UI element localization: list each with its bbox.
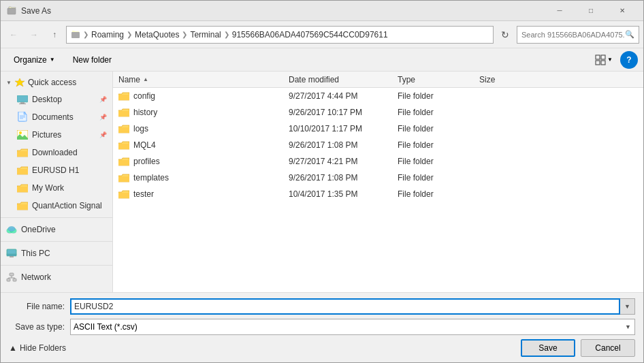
sidebar-item-quantaction[interactable]: QuantAction Signal bbox=[1, 197, 112, 215]
window-icon bbox=[6, 5, 17, 16]
svg-rect-20 bbox=[7, 254, 16, 256]
help-button[interactable]: ? bbox=[620, 51, 638, 69]
filename-dropdown-button[interactable]: ▼ bbox=[620, 298, 635, 315]
cancel-button[interactable]: Cancel bbox=[581, 339, 635, 357]
folder-icon bbox=[118, 174, 129, 183]
file-date-cell: 9/27/2017 4:44 PM bbox=[286, 91, 395, 101]
table-row[interactable]: logs 10/10/2017 1:17 PM File folder bbox=[113, 121, 643, 137]
table-row[interactable]: history 9/26/2017 10:17 PM File folder bbox=[113, 104, 643, 121]
sidebar-item-thispc[interactable]: This PC bbox=[1, 244, 112, 262]
search-icon: 🔍 bbox=[625, 30, 634, 39]
file-type-cell: File folder bbox=[395, 140, 477, 150]
sidebar-item-pictures[interactable]: Pictures 📌 bbox=[1, 126, 112, 144]
sidebar: ▼ Quick access Desktop bbox=[1, 72, 113, 292]
table-row[interactable]: tester 10/4/2017 1:35 PM File folder bbox=[113, 186, 643, 202]
organize-button[interactable]: Organize ▼ bbox=[6, 51, 63, 69]
pictures-pin-icon: 📌 bbox=[99, 131, 107, 138]
hide-folders-label: Hide Folders bbox=[20, 343, 66, 353]
sidebar-item-downloaded[interactable]: Downloaded bbox=[1, 144, 112, 161]
save-button[interactable]: Save bbox=[521, 339, 575, 357]
minimize-button[interactable]: ─ bbox=[544, 1, 575, 21]
table-row[interactable]: MQL4 9/26/2017 1:08 PM File folder bbox=[113, 137, 643, 153]
col-header-type[interactable]: Type bbox=[395, 72, 477, 87]
sidebar-item-mywork[interactable]: My Work bbox=[1, 179, 112, 197]
back-button[interactable]: ← bbox=[5, 26, 22, 44]
save-as-dialog: Save As ─ □ ✕ ← → ↑ ❯ Roaming ❯ MetaQuot… bbox=[0, 0, 644, 363]
main-content: ▼ Quick access Desktop bbox=[1, 72, 643, 292]
sidebar-divider-1 bbox=[1, 217, 112, 218]
folder-icon bbox=[118, 190, 129, 199]
file-date-cell: 10/4/2017 1:35 PM bbox=[286, 189, 395, 199]
thispc-icon bbox=[6, 248, 17, 259]
file-name-cell: templates bbox=[116, 173, 286, 183]
hide-folders-arrow: ▲ bbox=[9, 343, 17, 353]
toolbar: Organize ▼ New folder ▼ ? bbox=[1, 48, 643, 72]
new-folder-button[interactable]: New folder bbox=[65, 51, 119, 69]
file-date-cell: 9/26/2017 1:08 PM bbox=[286, 173, 395, 183]
table-row[interactable]: profiles 9/27/2017 4:21 PM File folder bbox=[113, 153, 643, 170]
quick-access-header[interactable]: ▼ Quick access bbox=[1, 74, 112, 91]
filename-row: File name: ▼ bbox=[9, 298, 635, 315]
col-header-name[interactable]: Name ▲ bbox=[116, 72, 286, 87]
documents-pin-icon: 📌 bbox=[99, 114, 107, 121]
file-date-cell: 9/27/2017 4:21 PM bbox=[286, 157, 395, 166]
file-type-cell: File folder bbox=[395, 124, 477, 133]
address-path[interactable]: ❯ Roaming ❯ MetaQuotes ❯ Terminal ❯ 9155… bbox=[66, 26, 494, 44]
col-header-size[interactable]: Size bbox=[477, 72, 531, 87]
forward-button[interactable]: → bbox=[25, 26, 43, 44]
close-button[interactable]: ✕ bbox=[607, 1, 638, 21]
col-header-date[interactable]: Date modified bbox=[286, 72, 395, 87]
organize-label: Organize bbox=[14, 55, 47, 65]
file-type-cell: File folder bbox=[395, 189, 477, 199]
file-list-body: config 9/27/2017 4:44 PM File folder his… bbox=[113, 88, 643, 292]
hide-folders-button[interactable]: ▲ Hide Folders bbox=[9, 343, 66, 353]
quick-access-section: ▼ Quick access Desktop bbox=[1, 74, 112, 215]
thispc-label: This PC bbox=[21, 249, 107, 258]
path-metaquotes[interactable]: MetaQuotes bbox=[135, 30, 179, 40]
search-input[interactable] bbox=[521, 31, 625, 39]
sidebar-item-desktop[interactable]: Desktop 📌 bbox=[1, 91, 112, 108]
view-dropdown-arrow: ▼ bbox=[607, 57, 613, 63]
view-toggle[interactable]: ▼ bbox=[590, 51, 617, 69]
path-sep-1: ❯ bbox=[83, 31, 88, 38]
svg-rect-2 bbox=[596, 55, 600, 59]
table-row[interactable]: config 9/27/2017 4:44 PM File folder bbox=[113, 88, 643, 104]
maximize-button[interactable]: □ bbox=[575, 1, 607, 21]
network-icon bbox=[6, 272, 17, 283]
path-terminal[interactable]: Terminal bbox=[190, 30, 221, 40]
up-button[interactable]: ↑ bbox=[46, 26, 63, 44]
svg-rect-5 bbox=[601, 61, 605, 65]
sidebar-item-documents[interactable]: Documents 📌 bbox=[1, 108, 112, 126]
folder-icon bbox=[118, 92, 129, 101]
mywork-folder-icon bbox=[17, 183, 28, 193]
svg-rect-9 bbox=[19, 104, 26, 104]
path-guid[interactable]: 915566BA06ADA407569C544CC0D97611 bbox=[232, 30, 388, 40]
sidebar-item-network[interactable]: Network bbox=[1, 268, 112, 286]
search-box: 🔍 bbox=[517, 26, 639, 44]
sidebar-divider-2 bbox=[1, 241, 112, 242]
svg-marker-6 bbox=[15, 78, 25, 86]
svg-rect-24 bbox=[13, 279, 16, 281]
path-roaming[interactable]: Roaming bbox=[91, 30, 124, 40]
window-controls: ─ □ ✕ bbox=[544, 1, 638, 21]
svg-rect-22 bbox=[10, 273, 14, 276]
sidebar-item-onedrive[interactable]: OneDrive bbox=[1, 221, 112, 238]
folder-icon bbox=[118, 141, 129, 150]
file-list-header: Name ▲ Date modified Type Size bbox=[113, 72, 643, 88]
path-sep-2: ❯ bbox=[127, 31, 132, 38]
svg-rect-21 bbox=[10, 256, 14, 257]
pictures-icon bbox=[17, 129, 28, 140]
svg-rect-3 bbox=[601, 55, 605, 59]
refresh-button[interactable]: ↻ bbox=[496, 26, 514, 44]
file-type-cell: File folder bbox=[395, 91, 477, 101]
savetype-select[interactable]: ASCII Text (*.csv) bbox=[70, 319, 635, 335]
sidebar-item-eurusd[interactable]: EURUSD H1 bbox=[1, 161, 112, 179]
folder-icon bbox=[118, 108, 129, 117]
filename-input[interactable] bbox=[70, 298, 620, 315]
window-title: Save As bbox=[21, 6, 544, 16]
onedrive-label: OneDrive bbox=[21, 225, 107, 234]
file-type-cell: File folder bbox=[395, 173, 477, 183]
file-name-cell: tester bbox=[116, 189, 286, 199]
desktop-pin-icon: 📌 bbox=[99, 96, 107, 103]
table-row[interactable]: templates 9/26/2017 1:08 PM File folder bbox=[113, 170, 643, 186]
